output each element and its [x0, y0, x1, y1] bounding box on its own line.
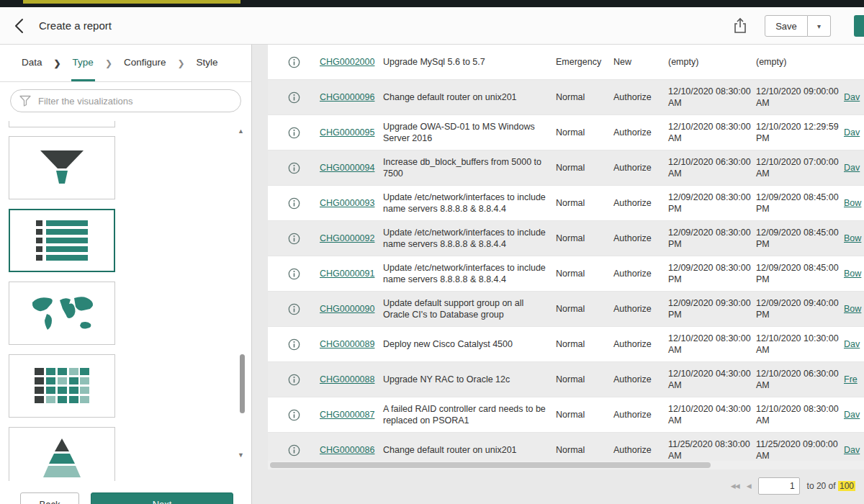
change-number-link[interactable]: CHG0000086	[320, 445, 374, 455]
info-icon[interactable]	[288, 127, 300, 139]
viz-card-partial[interactable]	[9, 121, 115, 127]
info-icon[interactable]	[288, 56, 300, 68]
viz-card-heatmap[interactable]	[9, 354, 115, 418]
end-date-value: 12/10/2020 06:30:00 AM	[756, 368, 844, 392]
info-icon[interactable]	[288, 233, 300, 245]
change-number-link[interactable]: CHG0000088	[320, 374, 374, 384]
assigned-to-link[interactable]: Dav	[844, 445, 860, 455]
start-date-value: 12/10/2020 04:30:00 AM	[668, 403, 756, 427]
change-number-link[interactable]: CHG0000095	[320, 127, 374, 138]
end-date-value: 12/09/2020 08:45:00 PM	[756, 192, 844, 215]
assigned-to-link[interactable]: Dav	[844, 339, 860, 349]
share-button[interactable]	[733, 17, 750, 35]
previous-page-icon[interactable]: ◀	[747, 482, 751, 490]
state-value: Authorize	[613, 268, 668, 279]
change-number-link[interactable]: CHG0000089	[320, 339, 374, 349]
info-icon[interactable]	[288, 162, 300, 174]
info-icon[interactable]	[288, 303, 300, 315]
viz-card-map[interactable]	[9, 282, 115, 345]
first-page-icon[interactable]: ◀◀	[731, 482, 739, 490]
pagination: ◀◀ ◀ to 20 of 100	[731, 477, 855, 495]
start-date-value: 12/09/2020 08:30:00 PM	[668, 262, 756, 286]
pagination-range: to 20 of 100	[807, 481, 855, 491]
save-button[interactable]: Save	[765, 15, 808, 37]
funnel-filter-icon	[19, 95, 31, 109]
info-icon[interactable]	[288, 374, 300, 386]
short-description: Update /etc/network/interfaces to includ…	[383, 192, 556, 215]
start-date-value: 12/10/2020 08:30:00 AM	[668, 333, 756, 356]
change-number-link[interactable]: CHG0000091	[320, 269, 374, 279]
panel-scrollbar-thumb[interactable]	[240, 354, 245, 413]
info-icon[interactable]	[288, 338, 300, 351]
step-type[interactable]: Type	[71, 45, 95, 81]
info-icon[interactable]	[288, 444, 300, 456]
horizontal-scrollbar-thumb[interactable]	[270, 462, 711, 468]
assigned-to-link[interactable]: Bow	[844, 233, 861, 243]
step-configure[interactable]: Configure	[122, 45, 168, 81]
map-chart-icon	[28, 294, 96, 333]
info-icon[interactable]	[288, 409, 300, 421]
assigned-to-link[interactable]: Bow	[844, 304, 861, 314]
priority-value: Normal	[556, 409, 613, 420]
short-description: Increase db_block_buffers from 5000 to 7…	[383, 156, 556, 180]
viz-card-pyramid[interactable]	[9, 427, 115, 481]
assigned-to-link[interactable]: Dav	[844, 163, 860, 173]
start-date-value: 12/09/2020 08:30:00 PM	[668, 227, 756, 251]
scroll-down-arrow-icon[interactable]: ▼	[238, 452, 244, 459]
assigned-to-link[interactable]: Dav	[844, 92, 860, 102]
table-row: CHG0000089 Deploy new Cisco Catalyst 450…	[268, 327, 864, 362]
cut-off-accent-button[interactable]	[854, 15, 864, 37]
end-date-value: 12/09/2020 09:40:00 PM	[756, 297, 844, 321]
back-button[interactable]	[14, 18, 26, 34]
state-value: Authorize	[613, 444, 668, 456]
table-row: CHG0002000 Upgrade MySql 5.6 to 5.7 Emer…	[268, 45, 864, 80]
priority-value: Normal	[556, 374, 613, 385]
browser-chrome-bar	[0, 0, 864, 7]
save-menu-button[interactable]: ▾	[808, 15, 831, 37]
assigned-to-link[interactable]: Bow	[844, 269, 861, 279]
change-number-link[interactable]: CHG0000087	[320, 410, 374, 420]
assigned-to-link[interactable]: Dav	[844, 410, 860, 420]
priority-value: Normal	[556, 197, 613, 209]
change-number-link[interactable]: CHG0000093	[320, 198, 374, 208]
wizard-steps: Data ❯ Type ❯ Configure ❯ Style	[0, 45, 251, 82]
info-icon[interactable]	[288, 91, 300, 104]
priority-value: Normal	[556, 162, 613, 174]
priority-value: Normal	[556, 303, 613, 315]
table-row: CHG0000092 Update /etc/network/interface…	[268, 221, 864, 256]
scroll-up-arrow-icon[interactable]: ▲	[238, 128, 244, 135]
state-value: Authorize	[613, 127, 668, 138]
table-row: CHG0000086 Change default router on unix…	[268, 433, 864, 461]
change-number-link[interactable]: CHG0000096	[320, 92, 374, 102]
step-style[interactable]: Style	[195, 45, 220, 81]
funnel-chart-icon	[39, 150, 85, 186]
short-description: Change default router on unix201	[383, 91, 556, 103]
assigned-to-link[interactable]: Fre	[844, 374, 858, 384]
filter-visualizations-input[interactable]	[10, 89, 241, 112]
app-header: Create a report Save ▾	[0, 7, 864, 45]
assigned-to-link[interactable]: Dav	[844, 127, 860, 138]
step-data[interactable]: Data	[20, 45, 44, 81]
info-icon[interactable]	[288, 197, 300, 210]
info-icon[interactable]	[288, 268, 300, 280]
end-date-value: 12/10/2020 10:30:00 AM	[756, 333, 844, 356]
back-step-button[interactable]: Back	[20, 492, 79, 504]
chevron-left-icon	[14, 18, 24, 34]
table-row: CHG0000095 Upgrade OWA-SD-01 to MS Windo…	[268, 115, 864, 150]
state-value: Authorize	[613, 303, 668, 315]
assigned-to-link[interactable]: Bow	[844, 198, 861, 208]
state-value: Authorize	[613, 162, 668, 174]
next-step-button[interactable]: Next	[91, 492, 233, 504]
change-number-link[interactable]: CHG0000094	[320, 163, 374, 173]
accent-stripe	[23, 0, 240, 4]
priority-value: Normal	[556, 91, 613, 103]
change-number-link[interactable]: CHG0000092	[320, 233, 374, 243]
viz-card-list[interactable]	[9, 209, 115, 272]
change-table: CHG0002000 Upgrade MySql 5.6 to 5.7 Emer…	[268, 45, 864, 461]
change-number-link[interactable]: CHG0002000	[320, 57, 374, 67]
change-number-link[interactable]: CHG0000090	[320, 304, 374, 314]
priority-value: Normal	[556, 127, 613, 138]
page-number-input[interactable]	[758, 477, 800, 495]
viz-card-funnel[interactable]	[9, 136, 115, 199]
start-date-value: 12/09/2020 08:30:00 PM	[668, 192, 756, 215]
